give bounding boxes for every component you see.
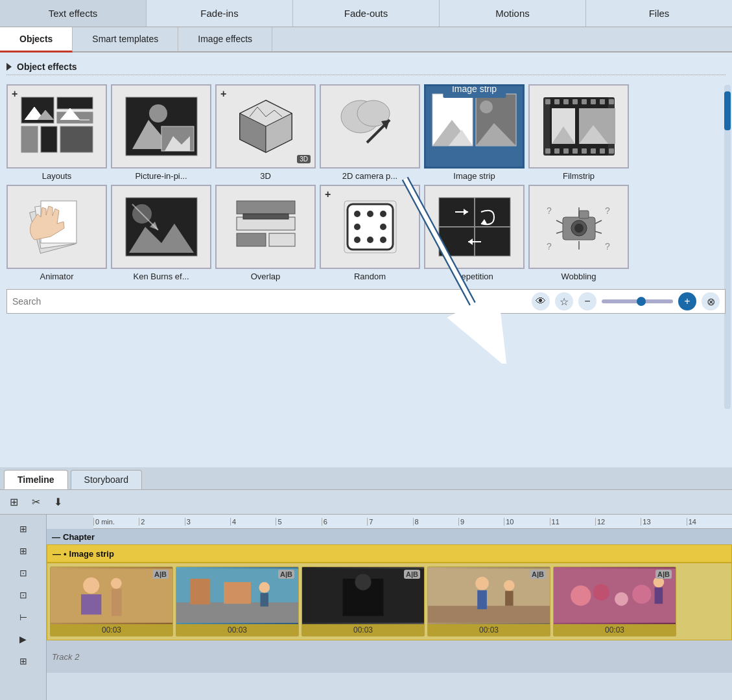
ruler-mark-8: 8	[413, 518, 458, 526]
svg-rect-4	[41, 126, 57, 152]
effect-item-camera2d[interactable]: 2D camera p...	[320, 84, 420, 181]
overlap-svg-icon	[230, 194, 301, 259]
effect-thumb-pip	[111, 84, 211, 169]
toolbar-grid-icon[interactable]: ⊞	[4, 493, 23, 511]
svg-line-85	[595, 231, 602, 233]
clip-item-5[interactable]: A|B 00:03	[553, 566, 676, 636]
svg-rect-93	[81, 594, 101, 614]
tab-image-effects[interactable]: Image effects	[178, 27, 272, 51]
animator-svg-icon	[21, 194, 93, 259]
timeline-content: 0 min. 2 3 4 5 6 7 8 9 10 11 12 13 14 — …	[47, 515, 732, 700]
svg-rect-31	[591, 99, 596, 104]
clip-3-ab-badge: A|B	[404, 570, 420, 579]
svg-rect-54	[269, 233, 295, 246]
effect-label-overlap: Overlap	[251, 272, 281, 281]
clip-item-1[interactable]: A|B 00:03	[50, 566, 173, 636]
tool-icon-7[interactable]: ⊞	[13, 652, 34, 670]
svg-rect-81	[579, 211, 589, 218]
eye-button[interactable]: 👁	[532, 292, 550, 310]
effect-item-repetition[interactable]: Repetition	[424, 185, 525, 281]
imagestrip-svg-icon	[429, 88, 520, 165]
clip-3-duration: 00:03	[302, 624, 424, 636]
effect-item-overlap[interactable]: Overlap	[215, 185, 316, 281]
clips-row: A|B 00:03	[47, 563, 732, 640]
svg-rect-98	[190, 579, 210, 605]
ruler-mark-9: 9	[458, 518, 504, 526]
clip-item-2[interactable]: A|B 00:03	[176, 566, 299, 636]
collapse-triangle-icon[interactable]	[6, 63, 12, 71]
clip-2-duration: 00:03	[176, 624, 298, 636]
3d-svg-icon	[233, 94, 298, 159]
effect-thumb-filmstrip	[528, 84, 629, 169]
chapter-minus-icon[interactable]: —	[52, 532, 60, 542]
clip-4-ab-badge: A|B	[530, 570, 546, 579]
timeline-section: Timeline Storyboard ⊞ ✂ ⬇ ⊞ ⊞ ⊡ ⊡ ⊢ ▶ ⊞ …	[0, 467, 732, 700]
clip-item-3[interactable]: A|B 00:03	[301, 566, 425, 636]
effect-label-pip: Picture-in-pi...	[135, 171, 187, 181]
star-button[interactable]: ☆	[555, 292, 573, 310]
tab-fade-ins[interactable]: Fade-ins	[147, 0, 293, 27]
tab-smart-templates[interactable]: Smart templates	[73, 27, 178, 51]
reset-button[interactable]: ⊗	[702, 292, 720, 310]
tab-motions[interactable]: Motions	[440, 0, 586, 27]
svg-rect-38	[582, 148, 587, 154]
effect-item-3d[interactable]: + 3D 3D	[215, 84, 316, 181]
effect-item-wobbling[interactable]: ? ? ? ? Wobbling	[528, 185, 629, 281]
tab-timeline[interactable]: Timeline	[4, 470, 68, 489]
zoom-out-button[interactable]: −	[578, 292, 596, 310]
search-input[interactable]	[12, 296, 526, 307]
ruler-mark-5: 5	[276, 518, 321, 526]
track-minus-icon[interactable]: —	[53, 549, 61, 559]
svg-point-64	[380, 237, 386, 243]
top-tabs-bar: Text effects Fade-ins Fade-outs Motions …	[0, 0, 732, 27]
svg-point-109	[504, 580, 515, 591]
effect-thumb-layouts: +	[6, 84, 107, 169]
kenburns-svg-icon	[123, 194, 200, 259]
effect-item-kenburns[interactable]: Ken Burns ef...	[111, 185, 211, 281]
effect-item-random[interactable]: + Random	[320, 185, 420, 281]
effect-item-animator[interactable]: Animator	[6, 185, 107, 281]
timeline-toolbar: ⊞ ✂ ⬇	[0, 490, 732, 515]
clip-item-4[interactable]: A|B 00:03	[427, 566, 550, 636]
svg-point-20	[436, 100, 449, 113]
tool-icon-5[interactable]: ⊢	[13, 608, 34, 626]
toolbar-scissors-icon[interactable]: ✂	[26, 493, 45, 511]
toolbar-arrow-down-icon[interactable]: ⬇	[48, 493, 67, 511]
svg-point-57	[354, 211, 360, 217]
svg-point-112	[571, 585, 591, 605]
effect-item-pip[interactable]: Picture-in-pi...	[111, 84, 211, 181]
scrollbar-right[interactable]	[724, 85, 731, 409]
svg-rect-26	[545, 99, 550, 104]
section-header-object-effects: Object effects	[6, 59, 726, 75]
effect-thumb-camera2d	[320, 84, 420, 169]
effect-item-filmstrip[interactable]: Filmstrip	[528, 84, 629, 181]
tab-text-effects[interactable]: Text effects	[0, 0, 147, 27]
scrollbar-thumb	[724, 91, 731, 130]
tool-icon-1[interactable]: ⊞	[13, 520, 34, 538]
effect-item-layouts[interactable]: + Layouts	[6, 84, 107, 181]
zoom-in-button[interactable]: +	[678, 292, 696, 310]
tab-objects[interactable]: Objects	[0, 27, 73, 52]
tab-storyboard[interactable]: Storyboard	[71, 470, 142, 489]
effect-thumb-imagestrip: Image strip	[424, 84, 525, 169]
svg-point-92	[83, 578, 99, 594]
tool-icon-3[interactable]: ⊡	[13, 564, 34, 582]
zoom-slider[interactable]	[602, 299, 673, 303]
svg-point-107	[475, 577, 489, 590]
effect-thumb-overlap	[215, 185, 316, 269]
svg-rect-51	[237, 201, 295, 214]
tab-files[interactable]: Files	[586, 0, 732, 27]
svg-rect-37	[573, 148, 578, 154]
effect-thumb-kenburns	[111, 185, 211, 269]
image-strip-track-row[interactable]: — • Image strip	[47, 544, 732, 563]
effect-item-imagestrip[interactable]: Image strip Image strip	[424, 84, 525, 181]
tool-icon-4[interactable]: ⊡	[13, 586, 34, 604]
svg-point-113	[593, 584, 609, 600]
wobbling-svg-icon: ? ? ? ?	[543, 194, 615, 259]
imagestrip-tooltip: Image strip	[443, 84, 506, 98]
effect-label-random: Random	[354, 272, 386, 281]
tab-fade-outs[interactable]: Fade-outs	[293, 0, 440, 27]
tool-icon-6[interactable]: ▶	[13, 630, 34, 648]
tool-icon-2[interactable]: ⊞	[13, 542, 34, 560]
effect-thumb-3d: + 3D	[215, 84, 316, 169]
